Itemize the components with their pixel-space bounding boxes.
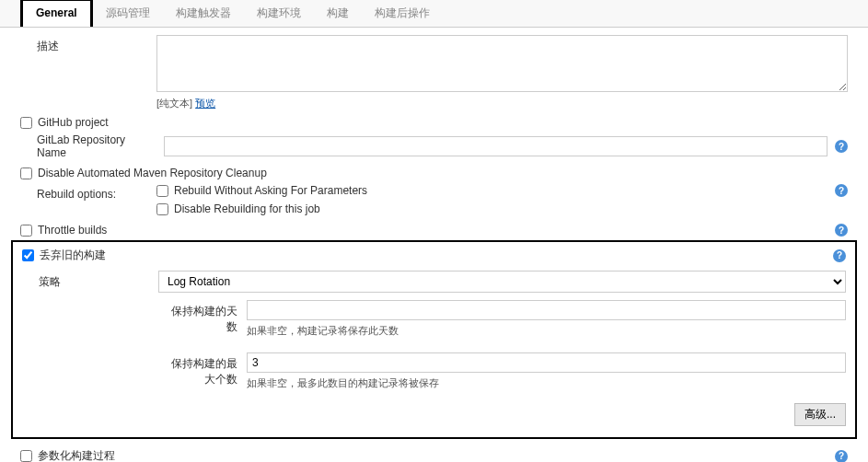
discard-old-builds-section: 丢弃旧的构建 ? 策略 Log Rotation 保持构建的天数 如果非空，构建… xyxy=(11,240,857,439)
discard-old-builds-checkbox[interactable] xyxy=(22,249,34,261)
help-icon[interactable]: ? xyxy=(835,140,848,153)
parameterized-build-checkbox[interactable] xyxy=(20,450,32,462)
plaintext-label: [纯文本] xyxy=(156,98,195,109)
keep-days-label: 保持构建的天数 xyxy=(168,300,247,335)
disable-maven-cleanup-checkbox[interactable] xyxy=(20,167,32,179)
throttle-builds-checkbox[interactable] xyxy=(20,225,32,237)
github-project-checkbox[interactable] xyxy=(20,117,32,129)
general-panel: 描述 [纯文本] 预览 GitHub project GitLab Reposi… xyxy=(0,28,868,462)
rebuild-no-ask-label: Rebuild Without Asking For Parameters xyxy=(174,184,367,197)
help-icon[interactable]: ? xyxy=(833,249,846,262)
tab-scm[interactable]: 源码管理 xyxy=(93,0,163,27)
gitlab-repo-label: GitLab Repository Name xyxy=(37,133,156,159)
config-tabs: General 源码管理 构建触发器 构建环境 构建 构建后操作 xyxy=(0,0,868,28)
description-format-note: [纯文本] 预览 xyxy=(156,97,848,110)
help-icon[interactable]: ? xyxy=(835,450,848,463)
github-project-label: GitHub project xyxy=(38,116,109,129)
strategy-select[interactable]: Log Rotation xyxy=(158,271,846,293)
keep-days-input[interactable] xyxy=(247,300,846,320)
tab-triggers[interactable]: 构建触发器 xyxy=(163,0,244,27)
discard-advanced-button[interactable]: 高级... xyxy=(794,403,846,426)
keep-days-hint: 如果非空，构建记录将保存此天数 xyxy=(247,324,846,338)
description-textarea[interactable] xyxy=(156,35,848,92)
keep-max-input[interactable] xyxy=(247,352,846,373)
parameterized-build-label: 参数化构建过程 xyxy=(38,448,115,462)
help-icon[interactable]: ? xyxy=(835,184,848,197)
tab-post-build[interactable]: 构建后操作 xyxy=(362,0,443,27)
help-icon[interactable]: ? xyxy=(835,224,848,237)
disable-maven-cleanup-label: Disable Automated Maven Repository Clean… xyxy=(38,167,267,179)
tab-build[interactable]: 构建 xyxy=(314,0,362,27)
rebuild-no-ask-checkbox[interactable] xyxy=(156,185,168,197)
discard-old-builds-label: 丢弃旧的构建 xyxy=(40,248,106,263)
description-label: 描述 xyxy=(37,35,156,54)
tab-build-env[interactable]: 构建环境 xyxy=(244,0,314,27)
tab-general[interactable]: General xyxy=(20,0,93,27)
throttle-builds-label: Throttle builds xyxy=(38,224,107,237)
gitlab-repo-input[interactable] xyxy=(164,136,827,156)
disable-rebuilding-label: Disable Rebuilding for this job xyxy=(174,202,320,215)
keep-max-label: 保持构建的最大个数 xyxy=(168,352,247,387)
keep-max-hint: 如果非空，最多此数目的构建记录将被保存 xyxy=(247,376,846,390)
preview-link[interactable]: 预览 xyxy=(195,98,215,109)
rebuild-options-label: Rebuild options: xyxy=(37,184,156,201)
disable-rebuilding-checkbox[interactable] xyxy=(156,203,168,215)
strategy-label: 策略 xyxy=(39,271,158,290)
